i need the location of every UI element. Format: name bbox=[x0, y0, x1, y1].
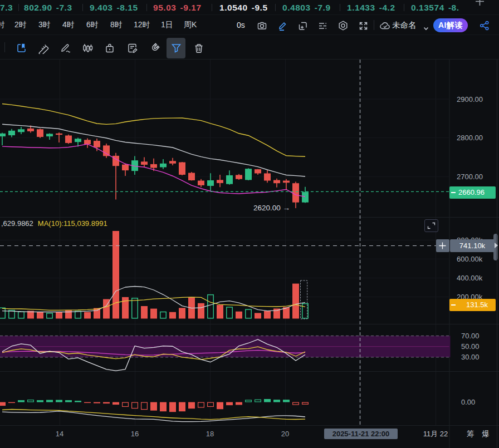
volume-ma-labels: ,629.9862MA(10):115,039.8991 bbox=[1, 219, 107, 228]
macd-tick-label: 0.00 bbox=[461, 398, 475, 406]
price-ma-yellow bbox=[2, 104, 305, 156]
volume-bars bbox=[0, 231, 308, 318]
camera-icon[interactable] bbox=[255, 19, 268, 32]
volume-tick-label: 600.00k bbox=[457, 255, 483, 263]
ruler-tool-icon[interactable] bbox=[34, 38, 53, 58]
bookmark-tool-icon[interactable] bbox=[12, 38, 31, 58]
ticker-value: 0.4803 bbox=[282, 3, 311, 13]
ticker-item[interactable]: 95.03-9.17 bbox=[153, 0, 202, 15]
rsi-tick-label: 70.00 bbox=[461, 332, 480, 340]
expand-icon[interactable] bbox=[356, 19, 370, 32]
ticker-bar: 7.3802.90-7.39.403-8.1595.03-9.171.0540-… bbox=[0, 0, 499, 15]
rsi-tick-label: 50.00 bbox=[461, 342, 480, 351]
ticker-change: -8.15 bbox=[117, 3, 138, 13]
timeframe-tab[interactable]: 3时 bbox=[38, 15, 51, 35]
ticker-change: -7.9 bbox=[315, 3, 331, 13]
ticker-value: 0.13574 bbox=[411, 3, 444, 13]
cloud-save-icon[interactable] bbox=[378, 19, 392, 32]
main-toolbar: 1时2时3时4时6时8时12时1日周K 0s bbox=[0, 15, 499, 35]
ticker-item[interactable]: 0.13574-8. bbox=[411, 0, 459, 15]
time-tick-label: 18 bbox=[206, 430, 214, 438]
ticker-item[interactable]: 1.0540-9.5 bbox=[219, 0, 268, 15]
ticker-item[interactable]: 9.403-8.15 bbox=[90, 0, 138, 15]
trading-chart-app: 2900.002800.002700.00800.00k600.00k400.0… bbox=[0, 0, 499, 448]
draw-pencil-icon[interactable] bbox=[276, 19, 289, 32]
bottom-right-tabs: 筹 爆 bbox=[467, 429, 490, 439]
layout-name[interactable]: 未命名 bbox=[392, 15, 417, 35]
ticker-item[interactable]: 7.3 bbox=[0, 0, 13, 15]
plus-icon[interactable] bbox=[475, 0, 485, 6]
ticker-item[interactable]: 0.4803-7.9 bbox=[282, 0, 331, 15]
right-panel-border bbox=[497, 14, 497, 448]
timeframe-tab[interactable]: 6时 bbox=[86, 15, 99, 35]
time-tick-label: 16 bbox=[131, 430, 139, 438]
magnet-tool-icon[interactable] bbox=[145, 38, 164, 58]
liquidation-tab[interactable]: 爆 bbox=[482, 429, 490, 439]
ai-analysis-button[interactable]: AI解读 bbox=[433, 18, 468, 32]
ticker-divider bbox=[146, 4, 147, 11]
ticker-divider bbox=[18, 4, 19, 11]
ticker-divider bbox=[212, 4, 212, 11]
ticker-divider bbox=[275, 4, 276, 11]
timeframe-tab[interactable]: 2时 bbox=[14, 15, 27, 35]
last-volume-badge: 131.5k bbox=[449, 299, 496, 311]
maximize-pane-button[interactable] bbox=[424, 219, 438, 232]
price-tick-label: 2700.00 bbox=[457, 173, 483, 181]
freehand-tool-icon[interactable] bbox=[56, 38, 75, 58]
trash-tool-icon[interactable] bbox=[189, 38, 208, 58]
ticker-change: -7.3 bbox=[56, 3, 72, 13]
crosshair-plus-button[interactable] bbox=[436, 239, 449, 252]
add-pane-icon[interactable] bbox=[296, 19, 309, 32]
ticker-change: -9.5 bbox=[252, 3, 268, 13]
price-line-dash bbox=[451, 192, 456, 193]
ticker-divider bbox=[82, 4, 83, 11]
timeframe-tab[interactable]: 8时 bbox=[110, 15, 123, 35]
notes-tool-icon[interactable] bbox=[123, 38, 141, 58]
hovered-bar-outline bbox=[301, 280, 307, 319]
toolbar-divider bbox=[374, 20, 374, 30]
last-price-badge: 2660.96 bbox=[449, 186, 496, 199]
candle-tool-icon[interactable] bbox=[78, 38, 97, 58]
timeframe-tab[interactable]: 1日 bbox=[161, 15, 173, 35]
volume-line-dash bbox=[451, 304, 456, 306]
volume-tick-label: 400.00k bbox=[457, 274, 483, 282]
timeframe-tab[interactable]: 1时 bbox=[0, 15, 5, 35]
ticker-divider bbox=[404, 4, 404, 11]
share-icon[interactable] bbox=[478, 19, 491, 32]
ticker-change: -8. bbox=[448, 3, 459, 13]
indicators-icon[interactable] bbox=[316, 19, 329, 32]
crosshair-time-badge: 2025-11-21 22:00 bbox=[324, 429, 398, 439]
price-tick-label: 2900.00 bbox=[457, 95, 483, 104]
timeframe-tab[interactable]: 4时 bbox=[62, 15, 75, 35]
price-tick-label: 2800.00 bbox=[457, 134, 483, 142]
volume-ma10-label: MA(10):115,039.8991 bbox=[38, 219, 107, 228]
replay-speed-label[interactable]: 0s bbox=[237, 15, 245, 35]
ticker-item[interactable]: 1.1433-4.2 bbox=[347, 0, 395, 15]
time-tick-label: 20 bbox=[281, 430, 289, 438]
crosshair-volume-badge: 741.10k bbox=[450, 239, 495, 252]
chips-tab[interactable]: 筹 bbox=[467, 429, 474, 439]
axis-arrow-icon[interactable] bbox=[494, 242, 498, 249]
ticker-value: 9.403 bbox=[90, 3, 113, 13]
ticker-item[interactable]: 802.90-7.3 bbox=[24, 0, 72, 15]
timeframe-tab[interactable]: 周K bbox=[184, 15, 197, 35]
ticker-value: 95.03 bbox=[153, 3, 177, 13]
timeframe-tab[interactable]: 12时 bbox=[134, 15, 150, 35]
lock-tool-icon[interactable] bbox=[100, 38, 119, 58]
ticker-change: -9.17 bbox=[180, 3, 202, 13]
ticker-value: 802.90 bbox=[24, 3, 52, 13]
volume-ma5-label: ,629.9862 bbox=[1, 219, 33, 228]
time-tick-label: 11月 22 bbox=[423, 430, 448, 438]
rsi-tick-label: 30.00 bbox=[461, 353, 480, 361]
drawbar-divider bbox=[4, 42, 5, 52]
ticker-value: 1.0540 bbox=[219, 3, 248, 13]
ticker-change: -4.2 bbox=[379, 3, 395, 13]
volume-ma-yellow bbox=[2, 297, 305, 310]
settings-gear-icon[interactable] bbox=[336, 19, 350, 32]
price-annotation-2620: 2620.00 → bbox=[253, 204, 290, 212]
time-tick-label: 14 bbox=[56, 430, 63, 438]
ticker-divider bbox=[340, 4, 340, 11]
filter-tool-icon[interactable] bbox=[167, 38, 185, 58]
chevron-down-icon[interactable] bbox=[419, 22, 433, 35]
macd-dif-yellow bbox=[2, 410, 305, 420]
